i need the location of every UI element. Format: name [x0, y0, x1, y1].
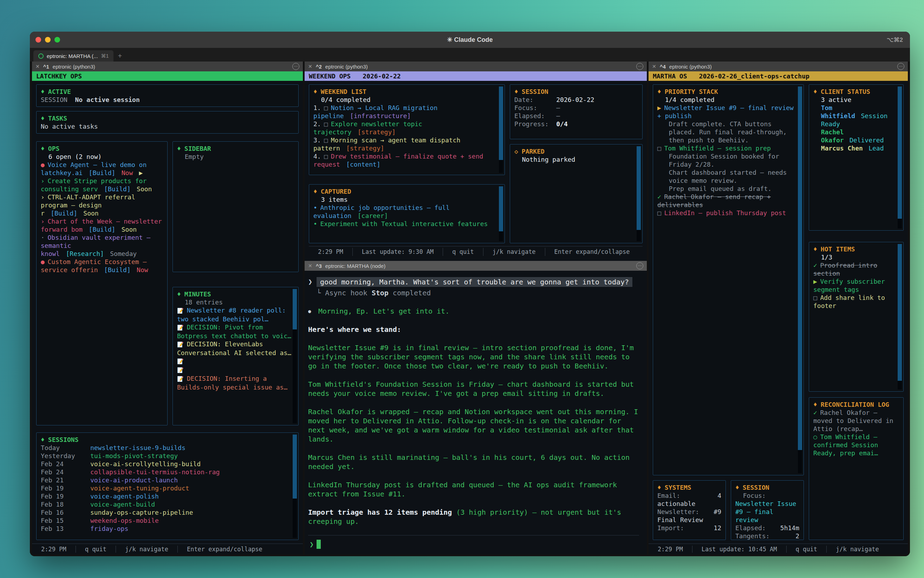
hint-quit: q quit [76, 546, 116, 553]
minutes-item[interactable]: 📝 [177, 357, 294, 365]
assistant-dot-icon: ● [308, 308, 311, 314]
ops-item[interactable]: ·Obsidian vault experiment — semantic kn… [41, 234, 163, 258]
session-row[interactable]: Feb 24voice-ai-scrollytelling-build [41, 460, 294, 468]
weekend-scrollbar[interactable] [499, 86, 503, 173]
minutes-item[interactable]: 📝DECISION: ElevenLabs Conversational AI … [177, 340, 294, 357]
session-row[interactable]: Feb 13friday-ops [41, 524, 294, 533]
close-pane-icon[interactable]: ✕ [652, 63, 656, 69]
captured-scrollbar[interactable] [499, 186, 503, 241]
minutes-scrollbar[interactable] [293, 289, 297, 423]
sidebar-value: Empty [177, 153, 294, 161]
minutes-item-text: DECISION: Pivot from Botpress text chatb… [177, 323, 291, 339]
clock: 2:29 PM [649, 546, 692, 553]
item-number: 4. [313, 153, 321, 160]
item-number: 3. [313, 136, 321, 144]
checkbox-icon[interactable]: □ [657, 144, 661, 152]
hot-item[interactable]: ✓Proofread intro section [813, 261, 899, 278]
client-row[interactable]: Marcus ChenLead [813, 144, 899, 152]
new-tab-button[interactable]: + [118, 52, 122, 60]
diamond-icon: ♦ [813, 245, 817, 253]
pane-martha: ✕ ^4 eptronic (python3) ⋯ MARTHA OS 2026… [649, 62, 908, 554]
pane-header-3: ✕ ^3 eptronic: MARTHA (node) ⋯ [304, 261, 647, 271]
play-arrow-icon: ▶ [657, 104, 661, 112]
clients-scrollbar[interactable] [898, 86, 902, 229]
weekend-item[interactable]: 2.□Explore newsletter topic trajectory[s… [313, 120, 500, 136]
chat-input-line[interactable]: ❯ [308, 535, 639, 554]
checkbox-icon[interactable]: □ [324, 136, 328, 144]
checkbox-icon[interactable]: □ [657, 209, 661, 217]
recon-item[interactable]: ○Tom Whitfield — confirmed Session Ready… [813, 433, 899, 457]
session-row[interactable]: Todaynewsletter-issue-9-builds [41, 444, 294, 452]
session-row[interactable]: Yesterdaytui-mods-pivot-strategy [41, 452, 294, 460]
session-row[interactable]: Feb 19voice-agent-tuning-product [41, 484, 294, 492]
hint-quit: q quit [786, 546, 826, 553]
session-row[interactable]: Feb 24collapsible-tui-termius-notion-rag [41, 468, 294, 476]
close-pane-icon[interactable]: ✕ [308, 63, 312, 69]
close-pane-icon[interactable]: ✕ [36, 63, 40, 69]
session-row[interactable]: Feb 18voice-agent-build [41, 500, 294, 508]
clock: 2:29 PM [32, 546, 76, 553]
ops-item[interactable]: ›Create Stripe products for consulting s… [41, 177, 163, 193]
status-dot-icon: ● [41, 258, 45, 265]
minutes-item-text: Newsletter #8 reader poll: two stacked B… [177, 307, 286, 323]
sessions-scrollbar[interactable] [293, 435, 297, 538]
latchkey-title: LATCHKEY OPS [36, 72, 82, 80]
pane-menu-icon[interactable]: ⋯ [292, 63, 299, 70]
minutes-item[interactable]: 📝 [177, 365, 294, 374]
active-heading: ACTIVE [48, 88, 71, 96]
hot-item[interactable]: ▶Verify subscriber segment tags [813, 278, 899, 294]
ops-item-text: Custom Agentic Ecosystem — service offer… [41, 258, 147, 274]
session-row[interactable]: Feb 15weekend-ops-mobile [41, 516, 294, 524]
ops-item[interactable]: ●Custom Agentic Ecosystem — service offe… [41, 258, 163, 274]
checkbox-icon[interactable]: □ [324, 120, 328, 128]
chevron-icon: › [41, 177, 45, 185]
priority-item[interactable]: ▶Newsletter Issue #9 — final review + pu… [657, 104, 799, 144]
priority-item-title: Tom Whitfield — session prep [664, 144, 771, 152]
martha-session-name: 2026-02-26_client-ops-catchup [699, 72, 809, 80]
diamond-icon: ♦ [515, 88, 518, 96]
client-row[interactable]: Tom WhitfieldSession Ready [813, 104, 899, 128]
hot-item[interactable]: □Add share link to footer [813, 294, 899, 310]
session-date: Feb 24 [41, 468, 90, 476]
captured-item[interactable]: •Anthropic job opportunities — full eval… [313, 204, 500, 220]
weekend-item[interactable]: 3.□Morning scan → agent team dispatch pa… [313, 136, 500, 152]
minutes-item[interactable]: 📝Newsletter #8 reader poll: two stacked … [177, 306, 294, 323]
ops-item[interactable]: ●Voice Agent — live demo on latchkey.ai[… [41, 161, 163, 177]
minutes-item[interactable]: 📝DECISION: Inserting a Builds-only speci… [177, 374, 294, 391]
systems-box: ♦ SYSTEMS Email:4 actionable Newsletter:… [653, 480, 726, 540]
pane-menu-icon[interactable]: ⋯ [636, 262, 643, 269]
tangents-label: Tangents: [735, 532, 770, 540]
pane-menu-icon[interactable]: ⋯ [897, 63, 904, 70]
weekend-item[interactable]: 4.□Drew testimonial — finalize quote + s… [313, 152, 500, 169]
newsletter-value: #9 [714, 508, 721, 516]
priority-item[interactable]: □Tom Whitfield — session prep Foundation… [657, 144, 799, 193]
recon-item[interactable]: ✓Rachel Okafor — moved to Delivered in A… [813, 409, 899, 433]
martha-title: MARTHA OS [653, 72, 687, 80]
hot-count: 1/3 [813, 253, 899, 261]
minutes-item[interactable]: 📝DECISION: Pivot from Botpress text chat… [177, 323, 294, 340]
priority-scrollbar[interactable] [798, 86, 802, 473]
priority-item[interactable]: □LinkedIn — publish Thursday post [657, 209, 799, 217]
ops-item[interactable]: ›CTRL-ALT-ADAPT referral program — desig… [41, 193, 163, 217]
chat-transcript[interactable]: ❯ good morning, Martha. What's sort of t… [308, 277, 639, 530]
weekend-item[interactable]: 1.□Notion → Local RAG migration pipeline… [313, 104, 500, 120]
captured-item[interactable]: •Experiment with Textual interactive fea… [313, 220, 500, 228]
session-row[interactable]: Feb 19voice-agent-polish [41, 492, 294, 500]
checkbox-icon[interactable]: □ [813, 294, 817, 301]
chat-paragraph: Tom Whitfield's Foundation Session is Fr… [308, 380, 639, 398]
checkbox-icon[interactable]: □ [324, 153, 328, 160]
pane-menu-icon[interactable]: ⋯ [636, 63, 643, 70]
session-row[interactable]: Feb 21voice-ai-product-launch [41, 476, 294, 484]
email-label: Email: [657, 492, 680, 500]
priority-item[interactable]: ✓Rachel Okafor — send recap + deliverabl… [657, 193, 799, 209]
weekend-session-box: ♦ SESSION Date:2026-02-22 Focus:— Elapse… [510, 84, 642, 139]
client-row[interactable]: Rachel OkaforDelivered [813, 128, 899, 144]
session-row[interactable]: Feb 16sunday-ops-capture-pipeline [41, 508, 294, 516]
tab-eptronic-martha[interactable]: eptronic: MARTHA (... ⌘1 [33, 50, 113, 62]
ops-item[interactable]: ›Chart of the Week — newsletter forward … [41, 217, 163, 234]
parked-scrollbar[interactable] [637, 146, 641, 241]
checkbox-icon[interactable]: □ [324, 104, 328, 112]
close-pane-icon[interactable]: ✕ [308, 263, 312, 269]
terminal-tab-icon [38, 54, 44, 59]
hot-scrollbar[interactable] [898, 244, 902, 390]
